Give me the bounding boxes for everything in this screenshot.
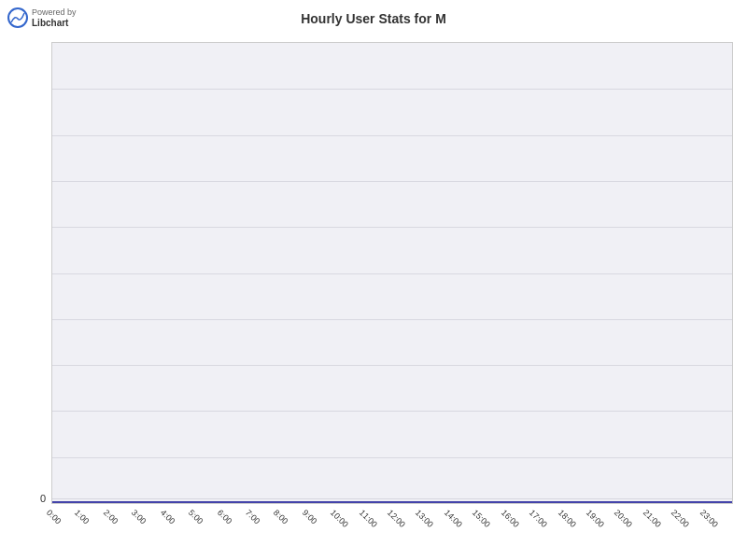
x-axis-label: 5:00	[187, 508, 214, 535]
chart-title: Hourly User Stats for M	[0, 11, 747, 26]
x-axis-label: 11:00	[358, 508, 385, 535]
grid-line	[52, 498, 732, 499]
x-axis-label: 18:00	[557, 508, 584, 535]
x-axis-label: 2:00	[102, 508, 129, 535]
grid-line	[52, 135, 732, 136]
chart-grid	[52, 43, 732, 503]
x-axis-label: 4:00	[159, 508, 186, 535]
page-container: Powered by Libchart Hourly User Stats fo…	[0, 0, 747, 560]
grid-line	[52, 273, 732, 274]
grid-line	[52, 181, 732, 182]
grid-line	[52, 365, 732, 366]
y-axis: 0	[0, 42, 51, 504]
chart-area	[51, 42, 733, 504]
x-axis-label: 17:00	[528, 508, 555, 535]
zero-line	[52, 501, 732, 503]
x-axis-label: 14:00	[443, 508, 470, 535]
x-axis-label: 10:00	[329, 508, 356, 535]
x-axis-label: 12:00	[386, 508, 413, 535]
x-axis-label: 9:00	[301, 508, 328, 535]
x-axis-label: 8:00	[272, 508, 299, 535]
x-axis-label: 22:00	[669, 508, 697, 535]
y-axis-label-0: 0	[40, 494, 46, 504]
grid-line	[52, 89, 732, 90]
grid-line	[52, 319, 732, 320]
x-axis-label: 7:00	[244, 508, 271, 535]
x-axis-label: 13:00	[414, 508, 441, 535]
x-axis-label: 20:00	[613, 508, 640, 535]
grid-line	[52, 227, 732, 228]
x-axis-label: 21:00	[641, 508, 669, 535]
x-axis-label: 3:00	[130, 508, 157, 535]
x-axis-label: 16:00	[500, 508, 527, 535]
grid-line	[52, 411, 732, 412]
x-axis-label: 19:00	[585, 508, 612, 535]
x-axis-label: 6:00	[215, 508, 242, 535]
x-axis-label: 0:00	[45, 508, 72, 535]
x-axis-label: 15:00	[471, 508, 498, 535]
x-axis-label: 23:00	[698, 508, 726, 535]
x-axis-label: 1:00	[73, 508, 100, 535]
x-axis: 0:001:002:003:004:005:006:007:008:009:00…	[51, 504, 733, 560]
grid-line	[52, 457, 732, 458]
